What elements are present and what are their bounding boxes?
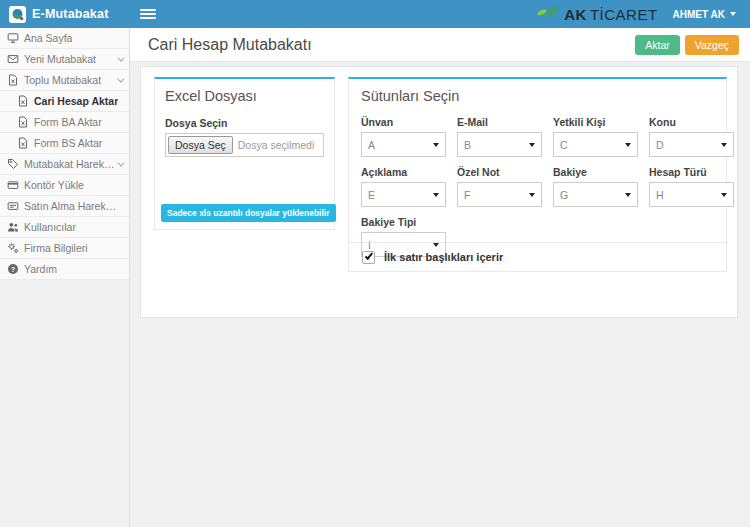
field-email: E-Mail B bbox=[457, 116, 542, 157]
tag-icon bbox=[7, 158, 19, 170]
field-konu: Konu D bbox=[649, 116, 734, 157]
header-row-option: İlk satır başlıkları içerir bbox=[349, 242, 726, 271]
sidebar-item-kontor-yukle[interactable]: Kontör Yükle bbox=[0, 175, 129, 196]
field-label: E-Mail bbox=[457, 116, 542, 128]
checkmark-icon bbox=[364, 251, 372, 260]
app-brand[interactable]: E-Mutabakat bbox=[0, 0, 130, 28]
app-logo-icon bbox=[9, 6, 26, 23]
sidebar-item-cari-hesap-aktar[interactable]: Cari Hesap Aktar bbox=[0, 91, 129, 112]
user-menu[interactable]: AHMET AK bbox=[673, 9, 736, 20]
aciklama-select[interactable]: E bbox=[361, 182, 446, 207]
file-input[interactable]: Dosya Seç Dosya seçilmedi bbox=[165, 133, 324, 157]
svg-text:?: ? bbox=[11, 265, 16, 274]
desktop-icon bbox=[7, 32, 19, 44]
users-icon bbox=[7, 221, 19, 233]
sidebar-item-yardim[interactable]: ? Yardım bbox=[0, 259, 129, 280]
email-select[interactable]: B bbox=[457, 132, 542, 157]
sidebar-item-form-ba-aktar[interactable]: Form BA Aktar bbox=[0, 112, 129, 133]
aktar-button[interactable]: Aktar bbox=[635, 35, 680, 55]
field-label: Bakiye Tipi bbox=[361, 216, 446, 228]
select-value: G bbox=[560, 189, 568, 201]
field-ozel-not: Özel Not F bbox=[457, 166, 542, 207]
select-value: A bbox=[368, 139, 375, 151]
caret-down-icon bbox=[721, 193, 727, 197]
field-label: Ünvan bbox=[361, 116, 446, 128]
page-header: Cari Hesap Mutabakatı Aktar Vazgeç bbox=[130, 28, 750, 62]
credit-card-icon bbox=[7, 179, 19, 191]
select-value: H bbox=[656, 189, 664, 201]
ozel-not-select[interactable]: F bbox=[457, 182, 542, 207]
sidebar-item-yeni-mutabakat[interactable]: Yeni Mutabakat bbox=[0, 49, 129, 70]
top-bar: E-Mutabakat AKTİCARET AHMET AK bbox=[0, 0, 750, 28]
columns-panel-title: Sütunları Seçin bbox=[361, 88, 714, 104]
company-name-rest: TİCARET bbox=[590, 6, 658, 23]
sidebar-item-kullanicilar[interactable]: Kullanıcılar bbox=[0, 217, 129, 238]
company-logo: AKTİCARET bbox=[536, 5, 657, 24]
field-hesap-turu: Hesap Türü H bbox=[649, 166, 734, 207]
xls-only-note: Sadece xls uzantılı dosyalar yüklenebili… bbox=[161, 204, 336, 222]
select-value: D bbox=[656, 139, 664, 151]
sidebar-item-toplu-mutabakat[interactable]: Toplu Mutabakat bbox=[0, 70, 129, 91]
sidebar-item-label: Form BA Aktar bbox=[34, 116, 102, 128]
select-value: E bbox=[368, 189, 375, 201]
sidebar-item-label: Satın Alma Hareketleri bbox=[24, 200, 122, 212]
chevron-down-icon bbox=[117, 54, 124, 61]
vazgec-button[interactable]: Vazgeç bbox=[685, 35, 739, 55]
hesap-turu-select[interactable]: H bbox=[649, 182, 734, 207]
sidebar-item-mutabakat-hareketleri[interactable]: Mutabakat Hareketleri bbox=[0, 154, 129, 175]
sidebar-item-label: Yeni Mutabakat bbox=[24, 53, 96, 65]
field-aciklama: Açıklama E bbox=[361, 166, 446, 207]
field-unvan: Ünvan A bbox=[361, 116, 446, 157]
sidebar-item-label: Toplu Mutabakat bbox=[24, 74, 101, 86]
chevron-down-icon bbox=[117, 75, 124, 82]
field-bakiye: Bakiye G bbox=[553, 166, 638, 207]
app-title: E-Mutabakat bbox=[32, 7, 109, 21]
select-value: F bbox=[464, 189, 470, 201]
field-yetkili-kisi: Yetkili Kişi C bbox=[553, 116, 638, 157]
sidebar-item-satin-alma-hareketleri[interactable]: Satın Alma Hareketleri bbox=[0, 196, 129, 217]
select-value: C bbox=[560, 139, 568, 151]
content-card: Excel Dosyası Dosya Seçin Dosya Seç Dosy… bbox=[140, 66, 738, 318]
purchase-card-icon bbox=[7, 200, 19, 212]
file-excel-icon bbox=[7, 74, 19, 86]
sidebar-item-label: Firma Bilgileri bbox=[24, 242, 88, 254]
bakiye-select[interactable]: G bbox=[553, 182, 638, 207]
question-circle-icon: ? bbox=[7, 263, 19, 275]
file-choose-button[interactable]: Dosya Seç bbox=[168, 136, 233, 154]
field-label: Açıklama bbox=[361, 166, 446, 178]
caret-down-icon bbox=[433, 143, 439, 147]
sidebar-item-label: Form BS Aktar bbox=[34, 137, 102, 149]
file-excel-icon bbox=[17, 116, 29, 128]
excel-file-panel: Excel Dosyası Dosya Seçin Dosya Seç Dosy… bbox=[154, 77, 335, 230]
first-row-headers-label: İlk satır başlıkları içerir bbox=[384, 251, 503, 263]
column-select-panel: Sütunları Seçin Ünvan A E-Mail B bbox=[348, 77, 727, 272]
caret-down-icon bbox=[529, 193, 535, 197]
unvan-select[interactable]: A bbox=[361, 132, 446, 157]
caret-down-icon bbox=[721, 143, 727, 147]
field-label: Bakiye bbox=[553, 166, 638, 178]
company-name: AKTİCARET bbox=[564, 6, 657, 23]
konu-select[interactable]: D bbox=[649, 132, 734, 157]
caret-down-icon bbox=[625, 193, 631, 197]
sidebar-item-firma-bilgileri[interactable]: Firma Bilgileri bbox=[0, 238, 129, 259]
yetkili-kisi-select[interactable]: C bbox=[553, 132, 638, 157]
sidebar: Ana Sayfa Yeni Mutabakat Toplu Mutabakat… bbox=[0, 28, 130, 527]
menu-toggle-icon[interactable] bbox=[140, 9, 156, 19]
field-label: Özel Not bbox=[457, 166, 542, 178]
sidebar-item-ana-sayfa[interactable]: Ana Sayfa bbox=[0, 28, 129, 49]
sidebar-item-label: Mutabakat Hareketleri bbox=[24, 158, 117, 170]
page-title: Cari Hesap Mutabakatı bbox=[148, 36, 312, 54]
first-row-headers-checkbox[interactable] bbox=[362, 251, 375, 264]
field-label: Yetkili Kişi bbox=[553, 116, 638, 128]
sidebar-item-label: Kontör Yükle bbox=[24, 179, 84, 191]
file-placeholder: Dosya seçilmedi bbox=[238, 139, 314, 151]
select-value: B bbox=[464, 139, 471, 151]
caret-down-icon bbox=[625, 143, 631, 147]
sidebar-item-form-bs-aktar[interactable]: Form BS Aktar bbox=[0, 133, 129, 154]
sidebar-item-label: Cari Hesap Aktar bbox=[34, 95, 118, 107]
file-excel-icon bbox=[17, 137, 29, 149]
caret-down-icon bbox=[730, 12, 736, 16]
sidebar-item-label: Ana Sayfa bbox=[24, 32, 72, 44]
gears-icon bbox=[7, 242, 19, 254]
column-fields-grid: Ünvan A E-Mail B Yetkili Kişi bbox=[361, 116, 714, 257]
